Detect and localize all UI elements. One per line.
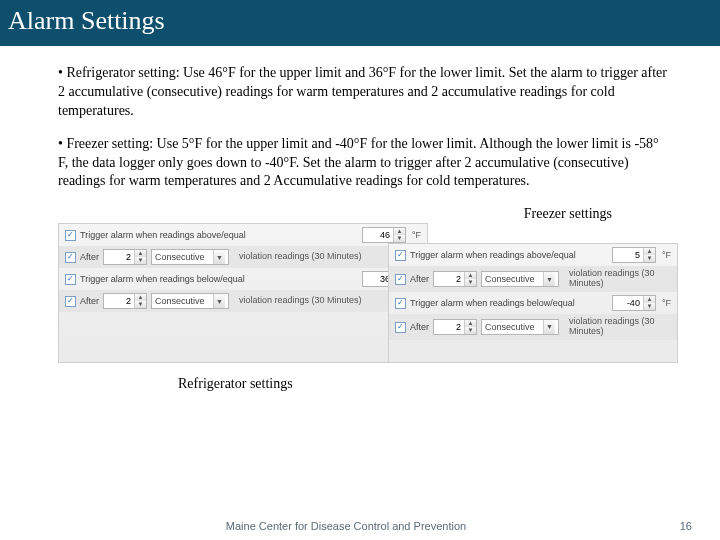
spin-up-icon[interactable]: ▲ xyxy=(394,228,405,235)
checkbox-upper-after[interactable]: ✓ xyxy=(395,274,406,285)
refrig-upper-after-value[interactable]: ▲▼ xyxy=(103,249,147,265)
checkbox-lower-after[interactable]: ✓ xyxy=(65,296,76,307)
violation-label: violation readings (30 Minutes) xyxy=(239,252,362,262)
unit-label: °F xyxy=(662,249,671,261)
spin-up-icon[interactable]: ▲ xyxy=(135,294,146,301)
unit-label: °F xyxy=(412,229,421,241)
unit-label: °F xyxy=(662,297,671,309)
refrig-upper-value[interactable]: ▲▼ xyxy=(362,227,406,243)
spin-up-icon[interactable]: ▲ xyxy=(465,320,476,327)
chevron-down-icon[interactable]: ▼ xyxy=(213,250,225,264)
freezer-lower-value[interactable]: ▲▼ xyxy=(612,295,656,311)
checkbox-lower[interactable]: ✓ xyxy=(395,298,406,309)
spin-down-icon[interactable]: ▼ xyxy=(465,279,476,286)
freezer-upper-value[interactable]: ▲▼ xyxy=(612,247,656,263)
freezer-settings-label: Freezer settings xyxy=(524,205,612,224)
refrig-upper-after-input[interactable] xyxy=(104,250,134,264)
after-label: After xyxy=(410,273,429,285)
spin-down-icon[interactable]: ▼ xyxy=(644,303,655,310)
violation-label: violation readings (30 Minutes) xyxy=(569,269,671,289)
settings-panels: Freezer settings ✓ Trigger alarm when re… xyxy=(58,205,672,435)
slide-header: Alarm Settings xyxy=(0,0,720,46)
freezer-lower-after-value[interactable]: ▲▼ xyxy=(433,319,477,335)
freezer-lower-after-input[interactable] xyxy=(434,320,464,334)
trigger-below-label: Trigger alarm when readings below/equal xyxy=(80,273,245,285)
freezer-lower-mode[interactable]: Consecutive ▼ xyxy=(481,319,559,335)
spin-up-icon[interactable]: ▲ xyxy=(135,250,146,257)
refrig-lower-after-input[interactable] xyxy=(104,294,134,308)
refrig-lower-after-row: ✓ After ▲▼ Consecutive ▼ violation readi… xyxy=(59,290,427,312)
freezer-lower-after-row: ✓ After ▲▼ Consecutive ▼ violation readi… xyxy=(389,314,677,340)
freezer-lower-input[interactable] xyxy=(613,296,643,310)
refrig-upper-row: ✓ Trigger alarm when readings above/equa… xyxy=(59,224,427,246)
page-number: 16 xyxy=(680,520,692,532)
trigger-above-label: Trigger alarm when readings above/equal xyxy=(410,249,576,261)
trigger-below-label: Trigger alarm when readings below/equal xyxy=(410,297,575,309)
after-label: After xyxy=(80,295,99,307)
spin-down-icon[interactable]: ▼ xyxy=(135,257,146,264)
refrig-upper-input[interactable] xyxy=(363,228,393,242)
freezer-upper-mode[interactable]: Consecutive ▼ xyxy=(481,271,559,287)
refrig-lower-after-value[interactable]: ▲▼ xyxy=(103,293,147,309)
checkbox-upper-after[interactable]: ✓ xyxy=(65,252,76,263)
select-value: Consecutive xyxy=(155,251,207,263)
spin-up-icon[interactable]: ▲ xyxy=(644,248,655,255)
spin-down-icon[interactable]: ▼ xyxy=(394,235,405,242)
spin-down-icon[interactable]: ▼ xyxy=(465,327,476,334)
select-value: Consecutive xyxy=(155,295,207,307)
spin-down-icon[interactable]: ▼ xyxy=(135,301,146,308)
after-label: After xyxy=(80,251,99,263)
select-value: Consecutive xyxy=(485,321,537,333)
after-label: After xyxy=(410,321,429,333)
refrig-upper-after-row: ✓ After ▲▼ Consecutive ▼ violation readi… xyxy=(59,246,427,268)
body-text: • Refrigerator setting: Use 46°F for the… xyxy=(0,46,720,435)
refrigerator-panel: ✓ Trigger alarm when readings above/equa… xyxy=(58,223,428,363)
trigger-above-label: Trigger alarm when readings above/equal xyxy=(80,229,246,241)
freezer-upper-after-input[interactable] xyxy=(434,272,464,286)
select-value: Consecutive xyxy=(485,273,537,285)
spin-up-icon[interactable]: ▲ xyxy=(644,296,655,303)
checkbox-lower-after[interactable]: ✓ xyxy=(395,322,406,333)
freezer-upper-input[interactable] xyxy=(613,248,643,262)
footer-org: Maine Center for Disease Control and Pre… xyxy=(226,520,466,532)
slide-footer: Maine Center for Disease Control and Pre… xyxy=(0,520,720,532)
paragraph-refrigerator: • Refrigerator setting: Use 46°F for the… xyxy=(58,64,672,121)
chevron-down-icon[interactable]: ▼ xyxy=(543,272,555,286)
slide-title: Alarm Settings xyxy=(8,6,165,35)
freezer-panel: ✓ Trigger alarm when readings above/equa… xyxy=(388,243,678,363)
spin-down-icon[interactable]: ▼ xyxy=(644,255,655,262)
refrig-lower-mode[interactable]: Consecutive ▼ xyxy=(151,293,229,309)
violation-label: violation readings (30 Minutes) xyxy=(239,296,362,306)
freezer-upper-after-row: ✓ After ▲▼ Consecutive ▼ violation readi… xyxy=(389,266,677,292)
spin-up-icon[interactable]: ▲ xyxy=(465,272,476,279)
paragraph-freezer: • Freezer setting: Use 5°F for the upper… xyxy=(58,135,672,192)
refrigerator-settings-label: Refrigerator settings xyxy=(178,375,293,394)
refrig-lower-row: ✓ Trigger alarm when readings below/equa… xyxy=(59,268,427,290)
refrig-upper-mode[interactable]: Consecutive ▼ xyxy=(151,249,229,265)
checkbox-lower[interactable]: ✓ xyxy=(65,274,76,285)
checkbox-upper[interactable]: ✓ xyxy=(65,230,76,241)
chevron-down-icon[interactable]: ▼ xyxy=(543,320,555,334)
chevron-down-icon[interactable]: ▼ xyxy=(213,294,225,308)
checkbox-upper[interactable]: ✓ xyxy=(395,250,406,261)
freezer-upper-after-value[interactable]: ▲▼ xyxy=(433,271,477,287)
freezer-lower-row: ✓ Trigger alarm when readings below/equa… xyxy=(389,292,677,314)
violation-label: violation readings (30 Minutes) xyxy=(569,317,671,337)
freezer-upper-row: ✓ Trigger alarm when readings above/equa… xyxy=(389,244,677,266)
